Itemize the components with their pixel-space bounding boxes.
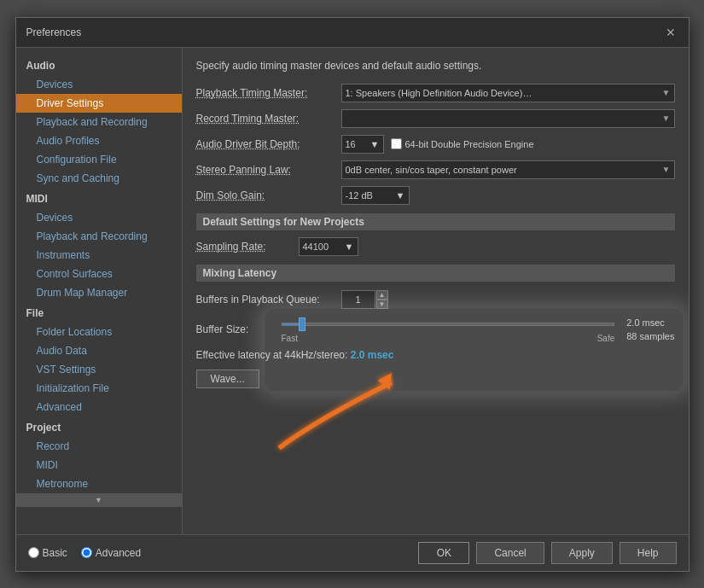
sampling-rate-label: Sampling Rate:: [196, 241, 299, 253]
sidebar-item-audio-profiles[interactable]: Audio Profiles: [16, 131, 182, 150]
main-content: Specify audio timing master devices and …: [183, 48, 689, 534]
effective-latency-label: Effective latency at 44kHz/stereo:: [196, 349, 348, 361]
effective-latency: Effective latency at 44kHz/stereo: 2.0 m…: [196, 349, 675, 361]
playback-timing-arrow-icon: ▼: [662, 88, 671, 97]
sidebar-item-vst-settings[interactable]: VST Settings: [16, 360, 182, 379]
sidebar-item-audio-data[interactable]: Audio Data: [16, 341, 182, 360]
sidebar-item-instruments[interactable]: Instruments: [16, 246, 182, 265]
playback-timing-value: 1: Speakers (High Definition Audio Devic…: [346, 88, 533, 98]
sidebar-item-advanced-file[interactable]: Advanced: [16, 398, 182, 416]
dim-solo-value: -12 dB: [346, 190, 373, 201]
bit-depth-value: 16: [346, 139, 356, 149]
dim-solo-label: Dim Solo Gain:: [196, 189, 341, 201]
sidebar-item-record[interactable]: Record: [16, 437, 182, 456]
cancel-button[interactable]: Cancel: [476, 542, 544, 564]
buffer-size-ms: 2.0 msec: [626, 316, 674, 330]
default-settings-header: Default Settings for New Projects: [196, 213, 675, 230]
record-timing-select[interactable]: ▼: [341, 109, 675, 128]
title-bar: Preferences ✕: [16, 18, 689, 48]
sidebar-item-midi-project[interactable]: MIDI: [16, 456, 182, 474]
sidebar-item-playback-recording-audio[interactable]: Playback and Recording: [16, 113, 182, 131]
basic-radio-label[interactable]: Basic: [28, 547, 67, 559]
slider-fast-label: Fast: [282, 334, 298, 343]
playback-timing-select[interactable]: 1: Speakers (High Definition Audio Devic…: [341, 84, 675, 102]
bit-depth-select[interactable]: 16 ▼: [341, 135, 384, 154]
stereo-panning-value: 0dB center, sin/cos taper, constant powe…: [346, 165, 517, 175]
sidebar-item-devices-midi[interactable]: Devices: [16, 208, 182, 227]
precision-engine-checkbox-label[interactable]: 64-bit Double Precision Engine: [391, 138, 534, 149]
sidebar-item-configuration-file[interactable]: Configuration File: [16, 150, 182, 169]
preferences-dialog: Preferences ✕ Audio Devices Driver Setti…: [15, 17, 689, 572]
sidebar-item-sync-caching[interactable]: Sync and Caching: [16, 169, 182, 188]
record-timing-label: Record Timing Master:: [196, 113, 341, 125]
sampling-rate-arrow-icon: ▼: [345, 242, 354, 252]
mixing-latency-header: Mixing Latency: [196, 265, 675, 282]
buffer-size-container: Buffer Size: Fast Safe: [196, 316, 675, 361]
footer-right: OK Cancel Apply Help: [418, 542, 676, 564]
record-timing-row: Record Timing Master: ▼: [196, 109, 675, 128]
dim-solo-row: Dim Solo Gain: -12 dB ▼: [196, 186, 675, 205]
basic-radio[interactable]: [28, 547, 39, 558]
main-description: Specify audio timing master devices and …: [196, 60, 675, 72]
help-button[interactable]: Help: [620, 542, 677, 564]
effective-latency-value: 2.0 msec: [351, 349, 394, 361]
advanced-radio[interactable]: [81, 547, 92, 558]
buffer-size-slider-track: [282, 317, 615, 332]
latency-section: Buffers in Playback Queue: 1 ▲ ▼: [196, 290, 675, 388]
sidebar-scroll-down[interactable]: ▼: [16, 493, 182, 507]
sidebar-item-folder-locations[interactable]: Folder Locations: [16, 323, 182, 341]
record-timing-arrow-icon: ▼: [662, 114, 671, 123]
sidebar-item-devices-audio[interactable]: Devices: [16, 75, 182, 94]
bit-depth-controls: 16 ▼ 64-bit Double Precision Engine: [341, 135, 534, 154]
sidebar-section-audio: Audio: [16, 55, 182, 75]
dialog-footer: Basic Advanced OK Cancel Apply Help: [16, 534, 689, 571]
buffers-input[interactable]: 1: [341, 290, 375, 309]
sidebar-item-drum-map-manager[interactable]: Drum Map Manager: [16, 283, 182, 302]
advanced-label: Advanced: [96, 547, 141, 559]
stereo-panning-row: Stereo Panning Law: 0dB center, sin/cos …: [196, 160, 675, 179]
stereo-panning-arrow-icon: ▼: [662, 165, 671, 174]
dim-solo-select[interactable]: -12 dB ▼: [341, 186, 410, 205]
buffers-spinner[interactable]: ▲ ▼: [376, 290, 388, 309]
buffer-size-row: Buffer Size: Fast Safe: [196, 316, 675, 344]
sampling-rate-row: Sampling Rate: 44100 ▼: [196, 237, 675, 256]
sampling-rate-select[interactable]: 44100 ▼: [299, 237, 358, 256]
sidebar-section-project: Project: [16, 416, 182, 437]
bit-depth-arrow-icon: ▼: [370, 139, 380, 149]
stereo-panning-label: Stereo Panning Law:: [196, 164, 341, 176]
buffer-size-label: Buffer Size:: [196, 323, 282, 335]
dialog-body: Audio Devices Driver Settings Playback a…: [16, 48, 689, 534]
buffers-label: Buffers in Playback Queue:: [196, 294, 341, 306]
close-button[interactable]: ✕: [663, 25, 678, 40]
sidebar-section-midi: MIDI: [16, 188, 182, 208]
sidebar-section-file: File: [16, 302, 182, 323]
ok-button[interactable]: OK: [418, 542, 469, 564]
wave-button[interactable]: Wave...: [196, 370, 259, 388]
buffers-down-icon[interactable]: ▼: [376, 300, 388, 309]
sidebar-item-initialization-file[interactable]: Initialization File: [16, 379, 182, 398]
sidebar-item-playback-recording-midi[interactable]: Playback and Recording: [16, 227, 182, 246]
slider-safe-label: Safe: [597, 334, 615, 343]
dim-solo-arrow-icon: ▼: [396, 190, 405, 201]
basic-label: Basic: [43, 547, 67, 559]
footer-left: Basic Advanced: [28, 547, 142, 559]
buffer-size-values: 2.0 msec 88 samples: [626, 316, 674, 344]
playback-timing-label: Playback Timing Master:: [196, 87, 341, 99]
apply-button[interactable]: Apply: [551, 542, 613, 564]
sidebar-item-control-surfaces[interactable]: Control Surfaces: [16, 265, 182, 283]
sidebar-item-driver-settings[interactable]: Driver Settings: [16, 94, 182, 113]
bit-depth-label: Audio Driver Bit Depth:: [196, 138, 341, 150]
slider-bg: [282, 323, 615, 326]
stereo-panning-select[interactable]: 0dB center, sin/cos taper, constant powe…: [341, 160, 675, 179]
sidebar-item-metronome[interactable]: Metronome: [16, 474, 182, 493]
buffers-up-icon[interactable]: ▲: [376, 290, 388, 300]
sampling-rate-value: 44100: [303, 242, 329, 252]
bit-depth-row: Audio Driver Bit Depth: 16 ▼ 64-bit Doub…: [196, 135, 675, 154]
precision-engine-label: 64-bit Double Precision Engine: [405, 139, 534, 149]
buffer-size-slider[interactable]: [299, 317, 305, 331]
buffer-size-samples: 88 samples: [626, 329, 674, 344]
buffers-row: Buffers in Playback Queue: 1 ▲ ▼: [196, 290, 675, 309]
precision-engine-checkbox[interactable]: [391, 138, 402, 149]
advanced-radio-label[interactable]: Advanced: [81, 547, 141, 559]
sidebar: Audio Devices Driver Settings Playback a…: [16, 48, 183, 534]
